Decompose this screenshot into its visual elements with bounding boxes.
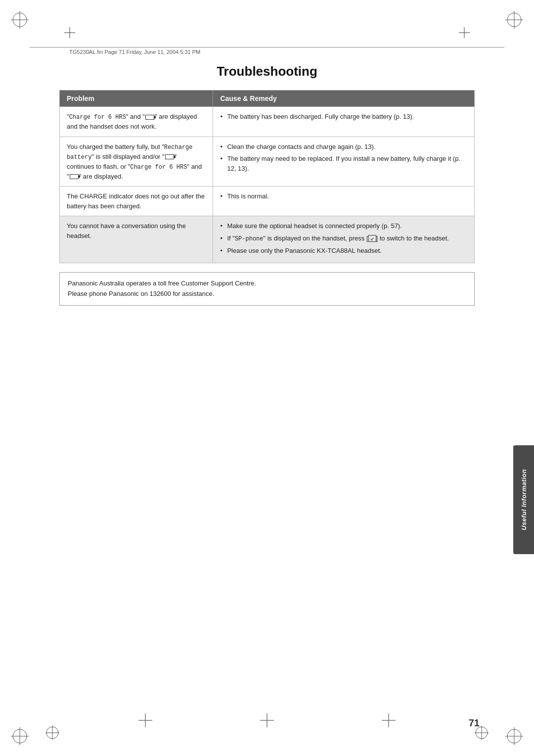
- bottom-left-mark: [138, 713, 152, 729]
- inner-top-right-mark: [459, 27, 470, 40]
- table-header-row: Problem Cause & Remedy: [60, 91, 475, 107]
- reg-mark-br: [504, 726, 524, 746]
- header-bar: TG5230AL.fm Page 71 Friday, June 11, 200…: [30, 47, 504, 55]
- cause-cell-1: The battery has been discharged. Fully c…: [213, 107, 475, 137]
- problem-cell-1: "Charge for 6 HRS" and "" are displayed …: [60, 107, 213, 137]
- problem-cell-3: The CHARGE indicator does not go out aft…: [60, 187, 213, 216]
- cause-cell-2: Clean the charge contacts and charge aga…: [213, 137, 475, 187]
- bottom-center-mark: [260, 713, 274, 729]
- cause-cell-3: This is normal.: [213, 187, 475, 216]
- header-text: TG5230AL.fm Page 71 Friday, June 11, 200…: [69, 49, 200, 55]
- col-problem-header: Problem: [60, 91, 213, 107]
- notice-line-1: Panasonic Australia operates a toll free…: [68, 279, 466, 289]
- troubleshooting-table: Problem Cause & Remedy "Charge for 6 HRS…: [59, 90, 475, 263]
- table-row: "Charge for 6 HRS" and "" are displayed …: [60, 107, 475, 137]
- table-row: You cannot have a conversation using the…: [60, 216, 475, 263]
- sidebar-tab-label: Useful Information: [520, 469, 528, 530]
- col-cause-header: Cause & Remedy: [213, 91, 475, 107]
- notice-line-2: Please phone Panasonic on 132600 for ass…: [68, 289, 466, 299]
- sidebar-tab: Useful Information: [513, 445, 534, 554]
- inner-top-left-mark: [64, 27, 75, 40]
- problem-cell-4: You cannot have a conversation using the…: [60, 216, 213, 263]
- table-row: The CHARGE indicator does not go out aft…: [60, 187, 475, 216]
- reg-mark-tr: [504, 10, 524, 30]
- table-row: You charged the battery fully, but "Rech…: [60, 137, 475, 187]
- problem-cell-2: You charged the battery fully, but "Rech…: [60, 137, 213, 187]
- reg-mark-bl: [10, 726, 30, 746]
- cause-cell-4: Make sure the optional headset is connec…: [213, 216, 475, 263]
- page-title: Troubleshooting: [30, 64, 504, 79]
- inner-br-circle: [474, 725, 490, 742]
- inner-bl-circle: [44, 725, 60, 742]
- bottom-right-mark: [382, 713, 396, 729]
- content-area: Problem Cause & Remedy "Charge for 6 HRS…: [59, 90, 475, 306]
- reg-mark-tl: [10, 10, 30, 30]
- notice-box: Panasonic Australia operates a toll free…: [59, 272, 475, 306]
- page-wrapper: TG5230AL.fm Page 71 Friday, June 11, 200…: [0, 0, 534, 756]
